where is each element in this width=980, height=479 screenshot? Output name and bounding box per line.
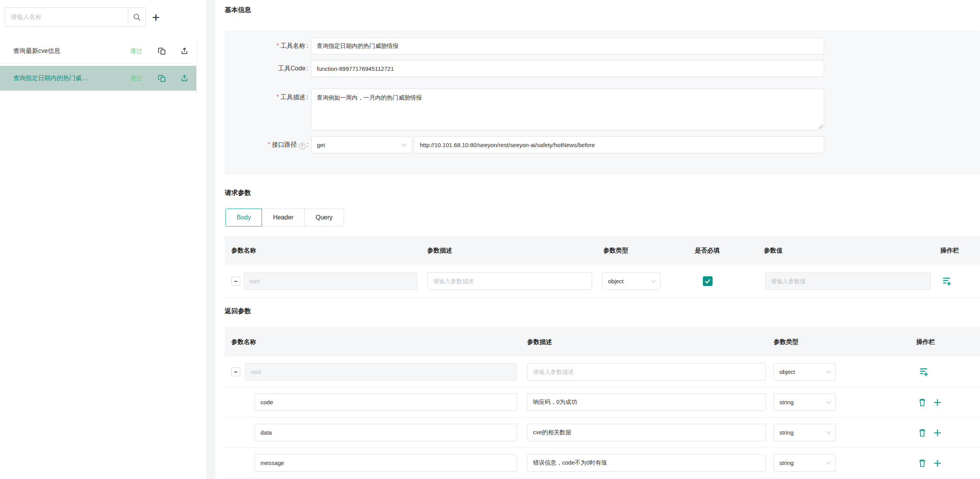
delete-param-button[interactable]: [918, 428, 927, 437]
copy-tool-button[interactable]: [158, 47, 166, 56]
tab-body[interactable]: Body: [225, 209, 262, 226]
http-method-select[interactable]: get: [311, 136, 412, 153]
param-row: string: [225, 418, 980, 448]
plus-icon: [933, 429, 942, 437]
col-param-desc: 参数描述: [527, 338, 552, 346]
param-name-input[interactable]: [255, 454, 517, 472]
upload-icon: [180, 74, 189, 82]
col-param-type: 参数类型: [774, 338, 798, 346]
trash-icon: [918, 428, 927, 437]
param-desc-input[interactable]: [527, 454, 766, 472]
add-param-button[interactable]: [933, 429, 942, 437]
param-type-select[interactable]: object: [602, 272, 660, 290]
col-param-name: 参数名称: [231, 338, 256, 346]
col-param-desc: 参数描述: [427, 246, 452, 254]
param-type-value: string: [779, 460, 794, 466]
api-url-input[interactable]: [414, 136, 824, 153]
col-actions: 操作栏: [940, 246, 959, 254]
search-input[interactable]: [5, 7, 128, 27]
param-type-value: string: [779, 429, 794, 436]
param-name-input[interactable]: [255, 424, 517, 441]
param-type-select[interactable]: string: [774, 454, 836, 472]
tool-list-item[interactable]: 查询最新cve信息 通过: [0, 39, 196, 64]
param-row-root: − object: [225, 357, 980, 387]
sidebar: + 查询最新cve信息 通过 查询指定日期内的热门威胁情报 通过: [0, 0, 206, 479]
plus-icon: [933, 398, 942, 407]
tab-header[interactable]: Header: [262, 209, 304, 226]
param-value-input[interactable]: [765, 272, 931, 290]
search-icon: [133, 13, 141, 21]
param-type-select[interactable]: string: [774, 393, 836, 411]
tool-name-input[interactable]: [311, 37, 824, 54]
param-name-input[interactable]: [255, 393, 517, 411]
param-type-select[interactable]: object: [774, 363, 836, 381]
status-badge: 通过: [130, 47, 144, 55]
plus-icon: [933, 459, 942, 467]
col-param-required: 是否必填: [695, 246, 720, 254]
param-desc-input[interactable]: [527, 363, 766, 381]
chevron-down-icon: [651, 280, 656, 283]
param-desc-input[interactable]: [427, 272, 592, 290]
field-label-tool-desc: *工具描述: [225, 89, 308, 106]
required-asterisk: *: [268, 141, 270, 148]
field-label-tool-code: 工具Code: [225, 60, 308, 77]
delete-param-button[interactable]: [918, 458, 927, 468]
basic-info-form: *工具名称 工具Code *工具描述 查询例如一周内，一月内的热门威胁情报 *接…: [225, 30, 980, 175]
help-icon[interactable]: ?: [299, 143, 306, 149]
upload-icon: [180, 47, 189, 55]
param-type-value: object: [608, 278, 624, 284]
required-asterisk: *: [276, 42, 279, 49]
chevron-down-icon: [826, 370, 831, 374]
required-asterisk: *: [276, 94, 279, 100]
col-param-name: 参数名称: [231, 246, 256, 254]
required-checkbox-checked[interactable]: [703, 276, 713, 286]
search-bar: +: [5, 7, 160, 27]
add-child-param-button[interactable]: [919, 367, 929, 377]
textarea-resize-handle[interactable]: [818, 125, 823, 129]
request-param-tabs: Body Header Query: [225, 209, 344, 226]
copy-tool-button[interactable]: [158, 74, 166, 82]
param-type-value: string: [779, 399, 794, 405]
param-name-input[interactable]: [245, 363, 517, 381]
panel-divider: [206, 0, 215, 479]
tool-item-label: 查询最新cve信息: [13, 47, 92, 55]
add-tool-button[interactable]: +: [152, 11, 160, 24]
param-name-input[interactable]: [244, 272, 417, 290]
param-type-select[interactable]: string: [774, 424, 836, 441]
add-param-button[interactable]: [933, 459, 942, 467]
collapse-row-button[interactable]: −: [231, 367, 240, 376]
status-badge: 通过: [130, 75, 144, 82]
check-icon: [705, 279, 711, 284]
tool-desc-textarea[interactable]: 查询例如一周内，一月内的热门威胁情报: [311, 89, 824, 130]
param-desc-input[interactable]: [527, 424, 766, 441]
chevron-down-icon: [826, 461, 831, 465]
tool-list-item-selected[interactable]: 查询指定日期内的热门威胁情报 通过: [0, 66, 196, 91]
field-label-api-path: *接口路径?: [225, 136, 308, 153]
return-table-header: 参数名称 参数描述 参数类型 操作栏: [225, 327, 980, 357]
add-child-param-button[interactable]: [942, 277, 952, 286]
collapse-row-button[interactable]: −: [231, 277, 240, 286]
publish-tool-button[interactable]: [180, 74, 189, 82]
param-desc-input[interactable]: [527, 393, 766, 411]
return-param-table: 参数名称 参数描述 参数类型 操作栏 − object string: [225, 327, 980, 478]
col-param-type: 参数类型: [603, 246, 628, 254]
field-label-tool-name: *工具名称: [225, 37, 308, 54]
tab-query[interactable]: Query: [304, 209, 344, 226]
http-method-value: get: [317, 142, 325, 148]
tool-code-input[interactable]: [311, 60, 824, 77]
search-button[interactable]: [128, 7, 146, 27]
trash-icon: [918, 398, 927, 407]
add-param-button[interactable]: [933, 398, 942, 407]
add-child-icon: [942, 277, 952, 286]
chevron-down-icon: [826, 401, 831, 404]
col-actions: 操作栏: [916, 338, 935, 346]
section-title-return-params: 返回参数: [225, 307, 251, 316]
delete-param-button[interactable]: [918, 398, 927, 407]
request-param-table: 参数名称 参数描述 参数类型 是否必填 参数值 操作栏 − object: [225, 236, 980, 298]
publish-tool-button[interactable]: [180, 47, 189, 56]
param-type-value: object: [779, 368, 795, 375]
trash-icon: [918, 458, 927, 468]
request-table-header: 参数名称 参数描述 参数类型 是否必填 参数值 操作栏: [225, 236, 980, 265]
chevron-down-icon: [826, 431, 831, 434]
param-row: string: [225, 448, 980, 478]
